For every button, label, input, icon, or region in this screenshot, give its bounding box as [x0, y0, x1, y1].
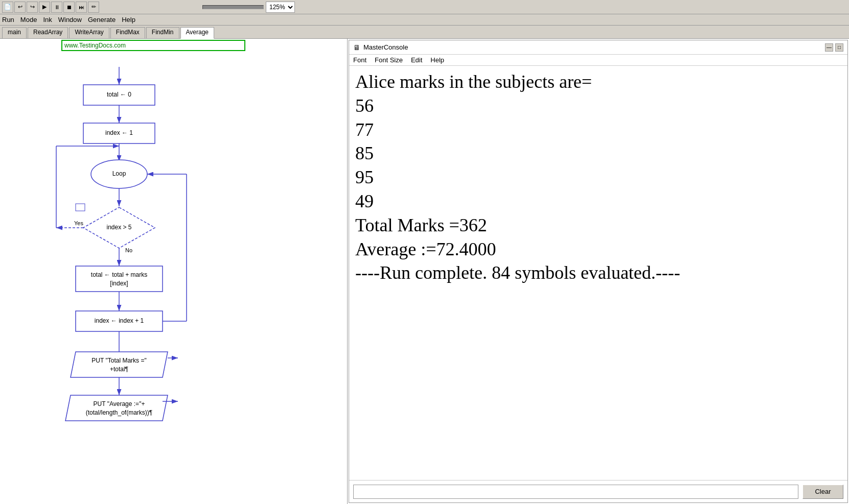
output-line-3: 85	[355, 141, 841, 165]
main-area: www.TestingDocs.com total ← 0 index ← 1	[0, 39, 849, 504]
tabs: main ReadArray WriteArray FindMax FindMi…	[0, 26, 849, 39]
flowchart-area: www.TestingDocs.com total ← 0 index ← 1	[0, 39, 348, 504]
svg-text:total ← total + marks: total ← total + marks	[91, 271, 147, 278]
console-titlebar: 🖥 MasterConsole — □	[349, 40, 847, 55]
output-line-8: ----Run complete. 84 symbols evaluated.-…	[355, 261, 841, 285]
svg-text:index > 5: index > 5	[106, 224, 131, 231]
console-menubar: Font Font Size Edit Help	[349, 55, 847, 66]
toolbar-btn-stop[interactable]: ⏹	[63, 2, 75, 13]
svg-marker-36	[65, 395, 168, 421]
output-line-5: 49	[355, 189, 841, 213]
svg-rect-11	[76, 204, 85, 211]
tab-main[interactable]: main	[2, 27, 27, 38]
minimize-button[interactable]: —	[825, 43, 833, 52]
output-line-2: 77	[355, 118, 841, 142]
console-input-row: Clear	[349, 480, 847, 502]
svg-text:PUT "Total Marks =": PUT "Total Marks ="	[91, 357, 146, 364]
svg-text:index ← 1: index ← 1	[105, 129, 133, 136]
menu-window[interactable]: Window	[58, 16, 82, 23]
console-icon: 🖥	[353, 43, 360, 52]
console-menu-edit[interactable]: Edit	[411, 56, 422, 64]
console-title-area: 🖥 MasterConsole	[353, 43, 408, 52]
output-line-1: 56	[355, 94, 841, 118]
url-text: www.TestingDocs.com	[64, 42, 126, 49]
console-output: Alice marks in the subjects are= 56 77 8…	[349, 66, 847, 480]
toolbar-btn-new[interactable]: 📄	[2, 2, 13, 13]
tab-findmin[interactable]: FindMin	[146, 27, 179, 38]
console-window: 🖥 MasterConsole — □ Font Font Size Edit …	[349, 40, 848, 503]
maximize-button[interactable]: □	[835, 43, 843, 52]
menu-mode[interactable]: Mode	[20, 16, 37, 23]
svg-text:[index]: [index]	[110, 280, 128, 287]
toolbar: 📄 ↩ ↪ ▶ ⏸ ⏹ ⏭ ✏ 125% 75% 100% 150% 200%	[0, 0, 849, 14]
console-menu-fontsize[interactable]: Font Size	[375, 56, 403, 64]
svg-text:total ← 0: total ← 0	[107, 91, 131, 98]
output-line-7: Average :=72.4000	[355, 237, 841, 261]
tab-writearray[interactable]: WriteArray	[69, 27, 109, 38]
url-bar: www.TestingDocs.com	[61, 40, 245, 51]
toolbar-btn-play[interactable]: ▶	[39, 2, 50, 13]
clear-button[interactable]: Clear	[802, 485, 843, 499]
svg-rect-20	[76, 266, 163, 292]
svg-marker-31	[71, 352, 168, 377]
toolbar-btn-undo[interactable]: ↩	[14, 2, 26, 13]
console-input[interactable]	[353, 485, 798, 499]
output-line-4: 95	[355, 165, 841, 189]
svg-text:+total¶: +total¶	[110, 366, 128, 373]
console-title-text: MasterConsole	[363, 43, 408, 51]
svg-text:PUT "Average :="+: PUT "Average :="+	[94, 400, 145, 407]
output-line-0: Alice marks in the subjects are=	[355, 70, 841, 94]
tab-readarray[interactable]: ReadArray	[28, 27, 68, 38]
toolbar-btn-cursor[interactable]: ✏	[88, 2, 99, 13]
svg-text:Yes: Yes	[74, 220, 83, 226]
toolbar-btn-redo[interactable]: ↪	[27, 2, 38, 13]
console-window-buttons: — □	[825, 43, 843, 52]
menu-help[interactable]: Help	[122, 16, 135, 23]
flowchart-svg: total ← 0 index ← 1 Loop index > 5 Yes	[0, 54, 348, 488]
output-line-6: Total Marks =362	[355, 213, 841, 237]
menubar: Run Mode Ink Window Generate Help	[0, 14, 849, 26]
svg-text:No: No	[125, 247, 132, 253]
menu-run[interactable]: Run	[2, 16, 14, 23]
svg-text:Loop: Loop	[112, 170, 126, 177]
console-menu-help[interactable]: Help	[430, 56, 444, 64]
svg-text:(total/length_of(marks))¶: (total/length_of(marks))¶	[86, 409, 153, 416]
tab-average[interactable]: Average	[180, 27, 214, 39]
tab-findmax[interactable]: FindMax	[110, 27, 145, 38]
menu-ink[interactable]: Ink	[43, 16, 52, 23]
zoom-select[interactable]: 125% 75% 100% 150% 200%	[266, 2, 295, 13]
toolbar-btn-step[interactable]: ⏭	[76, 2, 87, 13]
console-menu-font[interactable]: Font	[353, 56, 366, 64]
menu-generate[interactable]: Generate	[88, 16, 116, 23]
toolbar-btn-pause[interactable]: ⏸	[51, 2, 62, 13]
svg-text:index ← index + 1: index ← index + 1	[95, 317, 144, 324]
